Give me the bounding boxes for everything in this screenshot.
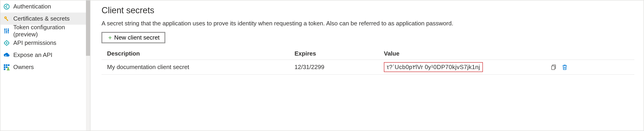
col-header-description: Description — [107, 50, 294, 57]
sidebar-item-label: Expose an API — [13, 51, 52, 59]
svg-point-12 — [6, 42, 7, 43]
svg-point-21 — [7, 67, 9, 69]
copy-secret-button[interactable] — [550, 64, 557, 71]
svg-rect-23 — [552, 66, 555, 70]
section-title: Client secrets — [102, 5, 634, 15]
sidebar-item-api-permissions[interactable]: API permissions — [0, 37, 86, 49]
svg-rect-19 — [6, 66, 8, 68]
col-header-expires: Expires — [294, 50, 384, 57]
svg-rect-9 — [6, 31, 7, 32]
sidebar: Authentication Certificates & secrets To… — [0, 0, 90, 131]
svg-rect-20 — [4, 68, 6, 70]
grid-person-icon — [3, 64, 10, 71]
key-icon — [3, 15, 10, 22]
new-client-secret-label: New client secret — [114, 34, 160, 41]
svg-rect-10 — [8, 30, 9, 31]
table-header-row: Description Expires Value — [102, 48, 634, 60]
secret-expires: 12/31/2299 — [294, 64, 384, 71]
sidebar-item-authentication[interactable]: Authentication — [0, 0, 86, 12]
sidebar-item-label: API permissions — [13, 39, 56, 46]
svg-rect-8 — [4, 29, 6, 30]
svg-point-2 — [5, 17, 6, 18]
sidebar-item-token-configuration[interactable]: Token configuration (preview) — [0, 25, 86, 37]
svg-point-0 — [4, 4, 10, 9]
svg-rect-16 — [6, 64, 8, 66]
svg-rect-17 — [8, 64, 10, 66]
sidebar-item-owners[interactable]: Owners — [0, 61, 86, 73]
delete-secret-button[interactable] — [561, 64, 568, 71]
secret-value: τ?΄Ucb0p٢lVr ؘ0y¹0DP70kjvS7jk1nj — [384, 62, 483, 72]
sidebar-item-label: Token configuration (preview) — [13, 24, 84, 38]
sidebar-item-certificates-secrets[interactable]: Certificates & secrets — [0, 12, 86, 25]
main-content: Client secrets A secret string that the … — [90, 0, 644, 131]
plus-icon: + — [108, 34, 112, 41]
client-secrets-table: Description Expires Value My documentati… — [102, 48, 634, 75]
svg-rect-15 — [4, 64, 6, 66]
new-client-secret-button[interactable]: + New client secret — [102, 32, 165, 43]
secret-description: My documentation client secret — [107, 64, 294, 71]
table-row: My documentation client secret 12/31/229… — [102, 60, 634, 75]
sidebar-item-label: Owners — [13, 64, 34, 71]
svg-rect-18 — [4, 66, 6, 68]
svg-point-14 — [6, 55, 6, 56]
sidebar-item-label: Authentication — [13, 3, 51, 10]
col-header-value: Value — [384, 50, 549, 57]
auth-icon — [3, 3, 10, 10]
section-description: A secret string that the application use… — [102, 19, 571, 27]
sidebar-item-expose-api[interactable]: Expose an API — [0, 49, 86, 61]
sidebar-scrollbar-thumb[interactable] — [86, 0, 90, 56]
cloud-gear-icon — [3, 52, 10, 59]
api-perm-icon — [3, 40, 10, 46]
sidebar-item-label: Certificates & secrets — [13, 15, 70, 22]
sidebar-scrollbar-track[interactable] — [86, 0, 90, 131]
sliders-icon — [3, 27, 10, 34]
